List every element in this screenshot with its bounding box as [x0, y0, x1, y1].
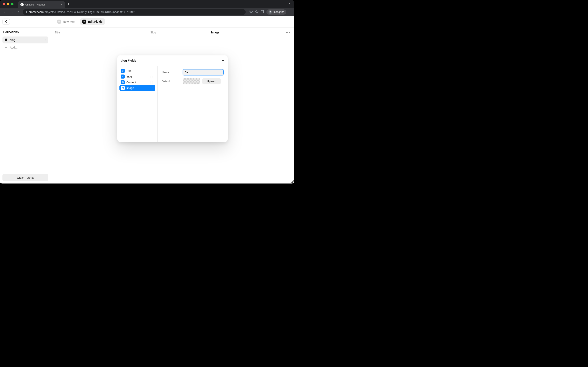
- browser-tab-title: Untitled – Framer: [25, 3, 61, 6]
- edit-fields-label: Edit Fields: [88, 20, 103, 23]
- column-header-slug[interactable]: Slug: [150, 31, 211, 34]
- browser-tab[interactable]: F Untitled – Framer ×: [18, 1, 65, 8]
- drag-handle-icon[interactable]: ⋮⋮: [149, 69, 154, 72]
- window-close-button[interactable]: [3, 3, 5, 5]
- column-more-button[interactable]: •••: [286, 31, 290, 34]
- collection-item-blog[interactable]: blog 0: [2, 36, 48, 43]
- tab-overflow-button[interactable]: [288, 2, 291, 6]
- add-collection-label: Add…: [10, 46, 18, 49]
- add-field-button[interactable]: +: [222, 58, 224, 63]
- incognito-label: Incognito: [273, 10, 284, 13]
- back-button[interactable]: [2, 18, 10, 25]
- plus-icon: +: [57, 20, 61, 24]
- lock-icon: [25, 10, 28, 13]
- svg-point-9: [122, 87, 123, 88]
- drag-handle-icon[interactable]: ⋮⋮: [149, 81, 154, 84]
- content-icon: [121, 80, 125, 84]
- default-label: Default: [162, 80, 183, 83]
- nav-forward-button[interactable]: →: [9, 9, 14, 15]
- name-label: Name: [162, 71, 183, 74]
- edit-fields-modal: blog Fields + Title ⋮⋮: [117, 55, 228, 142]
- window-controls: [3, 3, 13, 5]
- collection-name: blog: [10, 38, 45, 42]
- framer-favicon-icon: F: [20, 3, 24, 6]
- field-item-title[interactable]: Title ⋮⋮: [120, 68, 155, 74]
- watch-tutorial-button[interactable]: Watch Tutorial: [2, 174, 48, 181]
- nav-reload-button[interactable]: [15, 9, 21, 15]
- new-item-button[interactable]: + New Item: [55, 18, 78, 25]
- svg-point-3: [270, 12, 271, 12]
- close-tab-button[interactable]: ×: [61, 3, 62, 7]
- window-minimize-button[interactable]: [7, 3, 9, 5]
- app-toolbar: + New Item Edit Fields: [0, 16, 294, 27]
- url-domain: framer.com: [29, 10, 44, 14]
- add-collection-button[interactable]: + Add…: [2, 44, 48, 51]
- url-path: /projects/Untitled--mZ98oDWaPJyDRgKHm9n8…: [44, 10, 136, 14]
- field-item-content[interactable]: Content ⋮⋮: [120, 79, 155, 85]
- new-tab-button[interactable]: +: [67, 2, 70, 7]
- fields-list: Title ⋮⋮ Slug ⋮⋮: [117, 66, 158, 142]
- browser-toolbar: ← → framer.com/projects/Untitled--mZ98oD…: [0, 8, 294, 16]
- main-panel: Title Slug Image ••• blog Fields +: [51, 27, 294, 184]
- sidebar-heading: Collections: [3, 30, 48, 34]
- tracking-off-icon[interactable]: [249, 10, 253, 14]
- edit-fields-button[interactable]: Edit Fields: [80, 18, 105, 25]
- field-label: Content: [126, 81, 149, 84]
- incognito-indicator[interactable]: Incognito: [267, 9, 286, 15]
- field-label: Title: [126, 69, 149, 72]
- table-header-row: Title Slug Image •••: [51, 27, 294, 37]
- column-header-image[interactable]: Image: [211, 31, 219, 34]
- framer-app: + New Item Edit Fields Collections: [0, 16, 294, 184]
- field-detail-panel: Name Default Upload: [158, 66, 228, 142]
- browser-tabstrip: F Untitled – Framer × +: [0, 0, 294, 8]
- svg-rect-1: [263, 10, 264, 13]
- incognito-icon: [268, 10, 272, 14]
- slug-icon: [121, 75, 125, 78]
- bookmark-icon[interactable]: [255, 10, 259, 14]
- column-header-title[interactable]: Title: [55, 31, 150, 34]
- text-icon: [121, 69, 125, 73]
- collection-count: 0: [45, 39, 46, 42]
- collections-sidebar: Collections blog 0 + Add… Watc: [0, 27, 51, 184]
- address-bar[interactable]: framer.com/projects/Untitled--mZ98oDWaPJ…: [23, 9, 246, 15]
- field-item-slug[interactable]: Slug ⋮⋮: [120, 74, 155, 79]
- modal-title: blog Fields: [121, 59, 136, 62]
- nav-back-button[interactable]: ←: [2, 9, 8, 15]
- field-name-input[interactable]: [183, 69, 224, 75]
- database-icon: [4, 38, 8, 42]
- drag-handle-icon[interactable]: ⋮⋮: [149, 75, 154, 78]
- upload-button[interactable]: Upload: [202, 78, 221, 84]
- svg-point-2: [270, 12, 270, 12]
- svg-rect-6: [122, 82, 123, 82]
- window-zoom-button[interactable]: [11, 3, 13, 5]
- modal-header: blog Fields +: [117, 55, 228, 66]
- watch-tutorial-label: Watch Tutorial: [17, 176, 34, 179]
- plus-icon: +: [4, 46, 8, 49]
- image-icon: [121, 86, 125, 90]
- default-image-preview[interactable]: [183, 78, 200, 84]
- drag-handle-icon[interactable]: ⋮⋮: [149, 86, 154, 90]
- new-item-label: New Item: [63, 20, 75, 23]
- side-panel-icon[interactable]: [261, 10, 264, 14]
- edit-fields-icon: [82, 20, 86, 24]
- field-label: Image: [126, 86, 149, 90]
- chrome-menu-button[interactable]: ⋮: [288, 10, 292, 14]
- field-item-image[interactable]: Image ⋮⋮: [120, 85, 155, 91]
- field-label: Slug: [126, 75, 149, 78]
